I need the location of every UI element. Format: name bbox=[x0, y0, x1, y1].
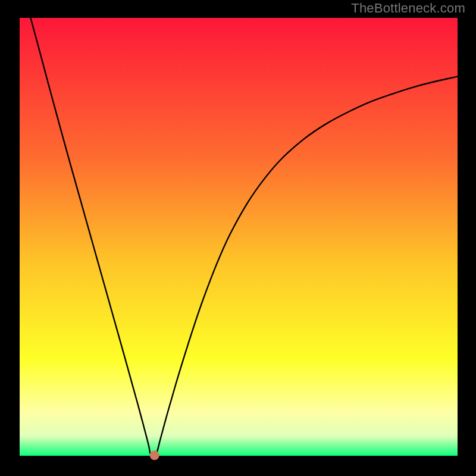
gradient-background bbox=[20, 18, 458, 456]
watermark-text: TheBottleneck.com bbox=[351, 1, 465, 16]
chart-stage: TheBottleneck.com bbox=[0, 0, 476, 476]
bottleneck-chart bbox=[0, 0, 476, 476]
optimum-marker bbox=[150, 450, 159, 460]
